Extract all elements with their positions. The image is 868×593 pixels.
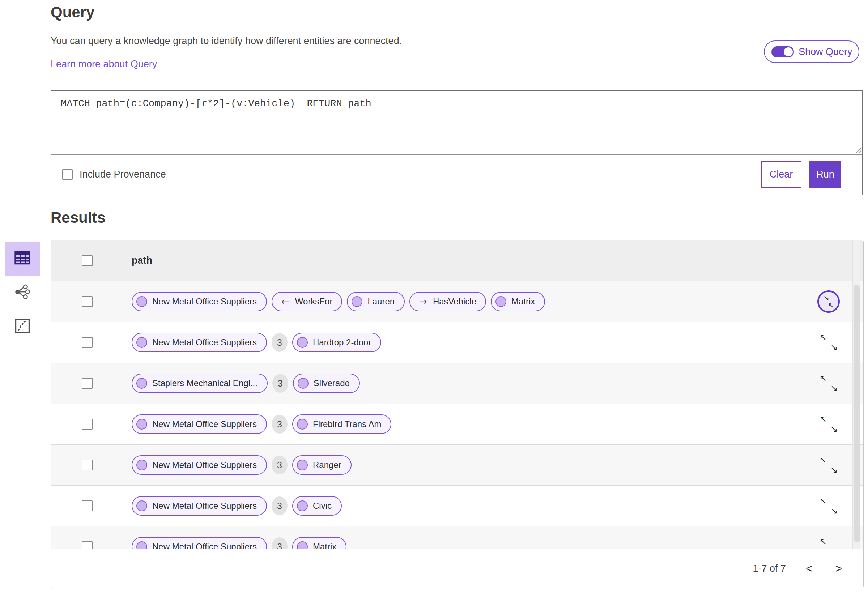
table-row: New Metal Office Suppliers3Firebird Tran…	[51, 404, 863, 445]
entity-dot-icon	[136, 337, 147, 348]
entity-label: New Metal Office Suppliers	[152, 542, 257, 549]
entity-label: Hardtop 2-door	[313, 337, 371, 348]
entity-pill[interactable]: Civic	[292, 496, 342, 516]
entity-pill[interactable]: Ranger	[292, 455, 351, 475]
hop-count-badge: 3	[272, 456, 288, 474]
pagination-label: 1-7 of 7	[753, 563, 786, 574]
entity-dot-icon	[496, 296, 506, 307]
entity-pill[interactable]: New Metal Office Suppliers	[131, 333, 267, 352]
expand-row-button[interactable]: ↖↘	[819, 374, 838, 393]
entity-pill[interactable]: New Metal Office Suppliers	[131, 496, 267, 516]
path-cell: New Metal Office Suppliers3Ranger	[123, 445, 809, 485]
entity-label: Matrix	[511, 296, 535, 307]
entity-dot-icon	[298, 378, 309, 389]
entity-dot-icon	[136, 378, 147, 389]
row-checkbox[interactable]	[82, 460, 93, 471]
run-button[interactable]: Run	[809, 161, 841, 188]
expand-row-button[interactable]: ↖↘	[819, 415, 838, 434]
collapse-arrow-icon: ↖	[828, 302, 834, 309]
relationship-pill[interactable]: ←WorksFor	[272, 292, 342, 311]
learn-more-link[interactable]: Learn more about Query	[51, 59, 157, 70]
entity-dot-icon	[297, 500, 308, 511]
entity-pill[interactable]: New Metal Office Suppliers	[131, 292, 267, 311]
results-title: Results	[51, 209, 106, 226]
expand-arrow-icon: ↘	[830, 466, 838, 474]
entity-label: New Metal Office Suppliers	[152, 296, 257, 307]
expand-row-button[interactable]: ↖↘	[819, 496, 838, 515]
expand-arrow-icon: ↘	[830, 384, 838, 393]
expand-arrow-icon: ↘	[830, 507, 838, 515]
entity-dot-icon	[351, 296, 362, 307]
entity-dot-icon	[297, 460, 308, 471]
row-checkbox[interactable]	[82, 378, 93, 389]
row-checkbox-cell	[51, 485, 123, 526]
table-row: New Metal Office Suppliers3Civic↖↘	[51, 485, 863, 527]
include-provenance-label: Include Provenance	[80, 169, 166, 180]
expand-arrow-icon: ↖	[819, 537, 827, 546]
toggle-switch-icon[interactable]	[771, 46, 794, 58]
hop-count-badge: 3	[272, 374, 288, 393]
share-graph-icon	[14, 283, 31, 302]
entity-pill[interactable]: Lauren	[347, 292, 405, 311]
entity-dot-icon	[297, 337, 308, 348]
entity-dot-icon	[136, 500, 147, 511]
entity-pill[interactable]: Firebird Trans Am	[292, 415, 391, 434]
prev-page-button[interactable]: <	[803, 562, 816, 575]
collapse-row-button[interactable]: ↘↖	[817, 291, 840, 313]
path-cell: New Metal Office Suppliers3Hardtop 2-doo…	[123, 322, 809, 363]
entity-pill[interactable]: Matrix	[292, 537, 347, 549]
entity-dot-icon	[136, 419, 147, 429]
row-checkbox[interactable]	[82, 500, 93, 511]
entity-pill[interactable]: Silverado	[293, 373, 360, 393]
entity-label: New Metal Office Suppliers	[152, 419, 257, 429]
query-input[interactable]: MATCH path=(c:Company)-[r*2]-(v:Vehicle)…	[52, 91, 862, 154]
row-checkbox[interactable]	[82, 296, 93, 307]
row-checkbox[interactable]	[82, 337, 93, 348]
hop-count-badge: 3	[272, 496, 288, 515]
select-all-checkbox[interactable]	[82, 255, 93, 266]
collapse-arrow-icon: ↘	[823, 294, 829, 302]
path-cell: Staplers Mechanical Engi...3Silverado	[123, 363, 809, 404]
entity-pill[interactable]: New Metal Office Suppliers	[131, 537, 267, 549]
clear-button[interactable]: Clear	[761, 161, 802, 188]
entity-label: New Metal Office Suppliers	[152, 337, 257, 348]
arrow-right-icon: →	[419, 296, 427, 307]
expand-arrow-icon: ↖	[819, 415, 827, 423]
include-provenance-control[interactable]: Include Provenance	[62, 169, 166, 180]
view-toggle-table[interactable]	[5, 242, 40, 276]
expand-row-button[interactable]: ↖↘	[819, 537, 838, 549]
entity-pill[interactable]: Staplers Mechanical Engi...	[131, 373, 268, 393]
page-description: You can query a knowledge graph to ident…	[51, 35, 402, 47]
table-viewport: path New Metal Office Suppliers←WorksFor…	[51, 240, 863, 549]
table-scrollbar[interactable]	[852, 240, 861, 549]
expand-row-button[interactable]: ↖↘	[819, 333, 838, 352]
path-cell: New Metal Office Suppliers←WorksForLaure…	[123, 281, 809, 322]
arrow-left-icon: ←	[281, 296, 289, 307]
show-query-toggle[interactable]: Show Query	[764, 40, 859, 63]
row-checkbox[interactable]	[82, 419, 93, 429]
table-icon	[15, 251, 30, 266]
entity-pill[interactable]: Matrix	[491, 292, 545, 311]
page-title: Query	[51, 4, 94, 21]
entity-pill[interactable]: New Metal Office Suppliers	[131, 415, 267, 434]
table-row: New Metal Office Suppliers3Matrix↖↘	[51, 527, 863, 549]
view-toggle-map[interactable]	[5, 310, 40, 344]
expand-arrow-icon: ↖	[819, 496, 827, 505]
include-provenance-checkbox[interactable]	[62, 169, 73, 180]
row-checkbox-cell	[51, 445, 123, 485]
resize-grip-icon[interactable]	[855, 147, 861, 153]
expand-row-button[interactable]: ↖↘	[819, 456, 838, 474]
scrollbar-thumb[interactable]	[853, 285, 860, 542]
row-checkbox-cell	[51, 281, 123, 322]
entity-pill[interactable]: New Metal Office Suppliers	[131, 455, 267, 475]
view-toggle-graph[interactable]	[5, 276, 40, 310]
relationship-pill[interactable]: →HasVehicle	[409, 292, 486, 311]
entity-label: Silverado	[314, 378, 350, 388]
next-page-button[interactable]: >	[832, 562, 845, 575]
pagination: 1-7 of 7 < >	[753, 562, 845, 575]
hop-count-badge: 3	[272, 415, 288, 434]
relationship-label: WorksFor	[295, 296, 333, 307]
row-checkbox[interactable]	[82, 541, 93, 549]
table-row: New Metal Office Suppliers←WorksForLaure…	[51, 281, 863, 322]
entity-pill[interactable]: Hardtop 2-door	[292, 333, 381, 352]
